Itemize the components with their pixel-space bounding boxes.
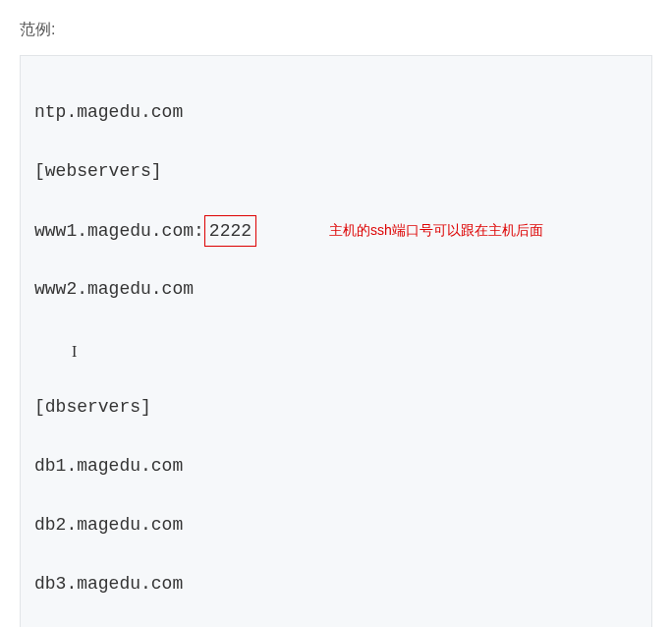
code-line: www1.magedu.com:2222主机的ssh端口号可以跟在主机后面 [34,215,638,245]
code-line: [dbservers] [34,392,638,422]
code-line: db3.magedu.com [34,569,638,598]
code-line: [webservers] [34,156,638,186]
text-cursor-icon: I [72,337,77,367]
example-title: 范例: [20,20,652,40]
code-block: ntp.magedu.com [webservers] www1.magedu.… [20,55,652,627]
port-highlight-box: 2222 [204,215,256,247]
annotation-text: 主机的ssh端口号可以跟在主机后面 [329,215,543,245]
code-line: ntp.magedu.com [34,97,638,127]
code-line: db1.magedu.com [34,451,638,481]
code-line: www2.magedu.com [34,274,638,304]
code-line: I [34,333,638,363]
code-line: db2.magedu.com [34,510,638,540]
